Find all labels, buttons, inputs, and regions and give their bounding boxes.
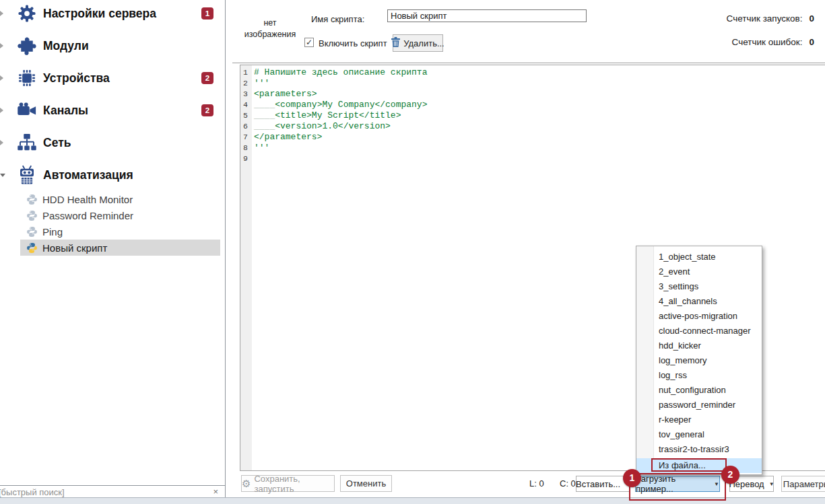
count-badge: 2 [201,104,213,116]
script-item-new-script[interactable]: Новый скрипт [20,240,220,256]
code-text: <parameters> [254,89,317,100]
enable-script-label: Включить скрипт [319,38,387,48]
chevron-right-icon[interactable] [0,11,3,16]
quick-search-box: × [0,485,225,498]
menu-item-example[interactable]: log_rss [636,368,762,383]
insert-dropdown[interactable]: Вставить... ▼ [576,476,630,492]
camera-icon [17,100,37,120]
cancel-label: Отменить [346,478,386,489]
script-item-label: HDD Health Monitor [42,194,133,205]
menu-item-example[interactable]: 3_settings [636,279,762,294]
bottom-status-strip [0,497,825,504]
code-text: ____<title>My Script</title> [254,110,401,121]
load-example-menu: 1_object_state 2_event 3_settings 4_all_… [636,246,762,475]
robot-icon [17,165,37,185]
menu-item-example[interactable]: r-keeper [636,412,762,427]
code-line: 1 # Напишите здесь описание скрипта [240,67,825,78]
code-text: ____<version>1.0</version> [254,121,391,132]
line-number: 3 [240,89,250,100]
menu-item-example[interactable]: cloud-connect-manager [636,324,762,338]
no-image-line2: изображения [241,29,299,40]
error-counter: Счетчик ошибок: 0 [732,37,814,47]
menu-item-example[interactable]: nut_configuration [636,383,762,398]
cursor-line-indicator: L: 0 [529,478,544,489]
sidebar-item-label: Сеть [43,136,71,150]
sidebar: Настройки сервера 1 Модули [0,0,226,499]
menu-item-example[interactable]: 1_object_state [636,250,762,264]
script-list: HDD Health Monitor Password Reminder P [0,191,224,256]
menu-item-example[interactable]: 2_event [636,264,762,279]
sidebar-item-label: Автоматизация [43,168,133,182]
sidebar-item-label: Устройства [43,71,110,85]
cursor-column-indicator: C: 0 [560,478,576,489]
clear-search-icon[interactable]: × [213,487,218,497]
chevron-down-icon[interactable] [0,174,5,177]
delete-button-label: Удалить... [403,38,444,48]
sidebar-item-modules[interactable]: Модули [0,30,224,62]
code-text: ''' [254,78,269,89]
quick-search-input[interactable] [0,486,220,498]
menu-item-example[interactable]: trassir2-to-trassir3 [636,442,762,457]
no-image-placeholder: нет изображения [241,17,299,40]
chevron-right-icon[interactable] [0,75,3,81]
error-counter-value: 0 [809,37,814,47]
script-item-ping[interactable]: Ping [20,223,220,240]
code-line: 8 ''' [240,143,825,153]
script-item-hdd-health-monitor[interactable]: HDD Health Monitor [20,191,220,207]
sidebar-item-automation[interactable]: Автоматизация [0,159,224,191]
code-line: 7 </parameters> [240,132,825,143]
annotation-step-1-badge: 1 [623,469,641,487]
sidebar-item-label: Каналы [43,104,88,118]
whitespace-marks: ____ [254,100,275,110]
code-content: <version>1.0</version> [275,121,391,131]
delete-button[interactable]: Удалить... [393,34,443,52]
sidebar-item-network[interactable]: Сеть [0,127,224,159]
menu-item-example[interactable]: tov_general [636,427,762,442]
run-counter: Счетчик запусков: 0 [727,13,814,24]
load-example-dropdown[interactable]: Загрузить пример... ▼ [635,476,720,492]
script-name-input[interactable] [387,9,587,22]
run-counter-value: 0 [809,13,814,24]
menu-item-example[interactable]: active-pos-migration [636,309,762,324]
sidebar-item-channels[interactable]: Каналы 2 [0,94,224,127]
menu-item-from-file[interactable]: Из файла... [636,458,762,473]
menu-item-example[interactable]: hdd_kicker [636,338,762,353]
line-number: 2 [240,78,250,89]
sidebar-item-server-settings[interactable]: Настройки сервера 1 [0,0,224,30]
cancel-button[interactable]: Отменить [340,475,392,492]
settings-tree: Настройки сервера 1 Модули [0,0,224,191]
chevron-right-icon[interactable] [0,140,3,145]
python-icon [26,226,38,238]
code-text: </parameters> [254,132,322,143]
script-name-label: Имя скрипта: [311,14,364,24]
parameters-button[interactable]: Параметры [781,476,825,492]
gears-icon: ⚙ [242,478,251,489]
run-counter-label: Счетчик запусков: [727,13,803,24]
enable-script-checkbox[interactable]: ✓ [304,38,314,47]
dropdown-arrow-icon: ▼ [769,481,774,487]
code-line: 9 [240,153,825,164]
script-item-password-reminder[interactable]: Password Reminder [20,207,220,223]
code-content: <title>My Script</title> [275,110,401,120]
menu-item-example[interactable]: 4_all_channels [636,294,762,309]
sidebar-item-devices[interactable]: Устройства 2 [0,62,224,94]
chevron-right-icon[interactable] [0,43,3,48]
dropdown-arrow-icon: ▼ [714,481,719,487]
chevron-right-icon[interactable] [0,108,3,113]
line-number: 6 [240,121,250,132]
python-icon [26,194,38,205]
menu-item-example[interactable]: log_memory [636,353,762,368]
load-example-label: Загрузить пример... [636,474,709,494]
code-content: ''' [254,143,269,153]
save-run-button[interactable]: ⚙ Сохранить, запустить [241,475,335,492]
script-item-label: Password Reminder [42,210,133,221]
code-content: </parameters> [254,132,322,142]
sidebar-item-label: Настройки сервера [43,7,156,21]
code-content: ''' [254,78,269,88]
insert-label: Вставить... [576,479,620,489]
line-number: 7 [240,132,250,143]
gear-icon [17,3,37,24]
trash-icon [391,37,400,49]
chip-icon [17,68,37,88]
menu-item-example[interactable]: password_reminder [636,398,762,412]
